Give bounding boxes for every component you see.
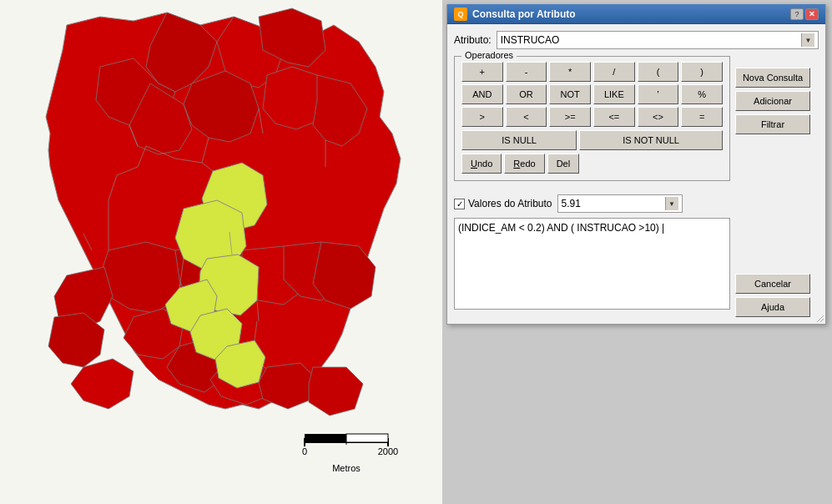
open-paren-button[interactable]: ( [638, 62, 679, 82]
ajuda-button[interactable]: Ajuda [735, 297, 810, 317]
valores-combo-arrow: ▼ [665, 197, 678, 210]
is-null-button[interactable]: IS NULL [461, 130, 577, 150]
svg-text:0: 0 [302, 446, 307, 456]
del-button[interactable]: Del [547, 154, 580, 174]
attribute-combo[interactable]: INSTRUCAO ▼ [497, 31, 819, 49]
map-area: 0 2000 Metros [0, 0, 442, 504]
and-button[interactable]: AND [461, 84, 503, 104]
combo-arrow-icon: ▼ [801, 33, 814, 47]
query-dialog: Q Consulta por Atributo ? ✕ Atributo: IN… [446, 4, 826, 325]
svg-text:Metros: Metros [332, 463, 361, 473]
valores-checkbox-label[interactable]: ✓ Valores do Atributo [454, 198, 552, 209]
gt-button[interactable]: > [461, 107, 503, 127]
undo-button[interactable]: Undo [461, 154, 502, 174]
valores-checkbox[interactable]: ✓ [454, 199, 465, 209]
query-section: (INDICE_AM < 0.2) AND ( INSTRUCAO >10) |… [454, 218, 819, 317]
svg-rect-51 [346, 434, 388, 442]
minus-button[interactable]: - [506, 62, 547, 82]
query-textarea[interactable]: (INDICE_AM < 0.2) AND ( INSTRUCAO >10) | [454, 218, 730, 310]
lte-button[interactable]: <= [593, 107, 635, 127]
query-area: (INDICE_AM < 0.2) AND ( INSTRUCAO >10) | [454, 218, 730, 317]
adicionar-button[interactable]: Adicionar [735, 91, 810, 111]
gte-button[interactable]: >= [549, 107, 591, 127]
dialog-body: Atributo: INSTRUCAO ▼ Operadores + - * /… [447, 24, 825, 324]
resize-handle[interactable] [814, 312, 824, 322]
valores-label: Valores do Atributo [468, 198, 552, 209]
operators-group-label: Operadores [461, 50, 517, 60]
not-button[interactable]: NOT [549, 84, 591, 104]
svg-line-56 [820, 319, 824, 322]
svg-line-55 [817, 315, 824, 322]
quote-button[interactable]: ' [638, 84, 679, 104]
or-button[interactable]: OR [506, 84, 547, 104]
valores-value: 5.91 [562, 198, 581, 209]
redo-button[interactable]: Redo [504, 154, 544, 174]
multiply-button[interactable]: * [549, 62, 591, 82]
like-button[interactable]: LIKE [593, 84, 635, 104]
cancelar-button[interactable]: Cancelar [735, 274, 810, 294]
right-actions: Nova Consulta Adicionar Filtrar [735, 56, 819, 188]
svg-text:2000: 2000 [378, 446, 398, 456]
close-title-button[interactable]: ✕ [805, 8, 819, 20]
attribute-row: Atributo: INSTRUCAO ▼ [454, 31, 819, 49]
dialog-title-left: Q Consulta por Atributo [454, 8, 576, 21]
operators-group: Operadores + - * / ( ) AND OR NOT LIK [454, 56, 730, 181]
dialog-title: Consulta por Atributo [472, 8, 576, 20]
valores-combo[interactable]: 5.91 ▼ [557, 194, 683, 213]
svg-rect-50 [305, 434, 346, 442]
is-not-null-button[interactable]: IS NOT NULL [579, 130, 723, 150]
eq-button[interactable]: = [681, 107, 723, 127]
lt-button[interactable]: < [506, 107, 547, 127]
nova-consulta-button[interactable]: Nova Consulta [735, 68, 810, 88]
valores-row: ✓ Valores do Atributo 5.91 ▼ [454, 194, 819, 213]
close-paren-button[interactable]: ) [681, 62, 723, 82]
attribute-value: INSTRUCAO [501, 34, 560, 46]
filtrar-button[interactable]: Filtrar [735, 114, 810, 134]
percent-button[interactable]: % [681, 84, 723, 104]
ne-button[interactable]: <> [638, 107, 679, 127]
attribute-label: Atributo: [454, 34, 492, 46]
help-title-button[interactable]: ? [790, 8, 804, 20]
bottom-actions: Cancelar Ajuda [735, 218, 819, 317]
undo-label: U [471, 159, 477, 169]
divide-button[interactable]: / [593, 62, 635, 82]
dialog-icon: Q [454, 8, 467, 21]
title-buttons: ? ✕ [790, 8, 819, 20]
dialog-titlebar: Q Consulta por Atributo ? ✕ [447, 4, 825, 24]
del-label: Del [557, 159, 571, 169]
plus-button[interactable]: + [461, 62, 503, 82]
